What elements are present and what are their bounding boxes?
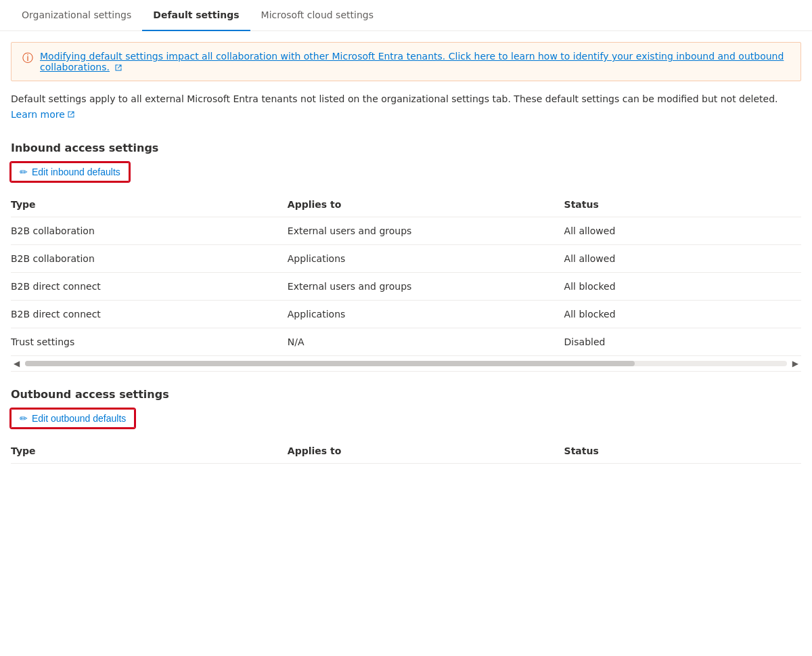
pencil-icon: ✏ xyxy=(20,167,28,177)
inbound-col-header-applies: Applies to xyxy=(288,192,564,217)
inbound-col-header-status: Status xyxy=(564,192,801,217)
table-row: B2B direct connect Applications All bloc… xyxy=(11,301,801,328)
learn-more-link[interactable]: Learn more xyxy=(11,109,75,120)
scroll-track[interactable] xyxy=(25,361,787,366)
outbound-table-header-row: Type Applies to Status xyxy=(11,439,801,464)
info-banner: ⓘ Modifying default settings impact all … xyxy=(11,42,801,81)
cell-type: B2B direct connect xyxy=(11,273,288,301)
cell-type: B2B collaboration xyxy=(11,245,288,273)
pencil-icon-outbound: ✏ xyxy=(20,413,28,424)
edit-outbound-button[interactable]: ✏ Edit outbound defaults xyxy=(11,409,135,428)
inbound-section-title: Inbound access settings xyxy=(11,141,801,154)
inbound-section: Inbound access settings ✏ Edit inbound d… xyxy=(11,141,801,372)
learn-more-external-icon xyxy=(67,110,75,118)
external-link-icon xyxy=(114,64,122,72)
scroll-right-icon[interactable]: ▶ xyxy=(790,359,801,368)
outbound-col-header-applies: Applies to xyxy=(288,439,564,464)
tab-bar: Organizational settings Default settings… xyxy=(0,0,812,31)
cell-status: Disabled xyxy=(564,328,801,356)
tab-default-settings[interactable]: Default settings xyxy=(142,0,250,31)
outbound-section: Outbound access settings ✏ Edit outbound… xyxy=(11,388,801,464)
cell-status: All blocked xyxy=(564,301,801,328)
scroll-thumb xyxy=(25,361,634,366)
edit-inbound-button[interactable]: ✏ Edit inbound defaults xyxy=(11,162,129,181)
edit-outbound-label: Edit outbound defaults xyxy=(32,413,126,424)
cell-type: B2B collaboration xyxy=(11,217,288,245)
inbound-col-header-type: Type xyxy=(11,192,288,217)
info-icon: ⓘ xyxy=(22,51,33,66)
table-row: B2B collaboration Applications All allow… xyxy=(11,245,801,273)
cell-status: All allowed xyxy=(564,245,801,273)
table-row: Trust settings N/A Disabled xyxy=(11,328,801,356)
edit-inbound-label: Edit inbound defaults xyxy=(32,167,120,177)
main-content: ⓘ Modifying default settings impact all … xyxy=(0,42,812,480)
banner-link[interactable]: Modifying default settings impact all co… xyxy=(40,51,784,72)
inbound-table-wrapper: Type Applies to Status B2B collaboration… xyxy=(11,192,801,355)
tab-microsoft-cloud-settings[interactable]: Microsoft cloud settings xyxy=(250,0,384,31)
table-row: B2B direct connect External users and gr… xyxy=(11,273,801,301)
inbound-table: Type Applies to Status B2B collaboration… xyxy=(11,192,801,355)
table-row: B2B collaboration External users and gro… xyxy=(11,217,801,245)
cell-applies-to: Applications xyxy=(288,245,564,273)
cell-applies-to: N/A xyxy=(288,328,564,356)
cell-status: All allowed xyxy=(564,217,801,245)
cell-applies-to: External users and groups xyxy=(288,217,564,245)
cell-applies-to: External users and groups xyxy=(288,273,564,301)
cell-applies-to: Applications xyxy=(288,301,564,328)
inbound-table-header-row: Type Applies to Status xyxy=(11,192,801,217)
outbound-col-header-type: Type xyxy=(11,439,288,464)
cell-type: B2B direct connect xyxy=(11,301,288,328)
outbound-section-title: Outbound access settings xyxy=(11,388,801,401)
scroll-left-icon[interactable]: ◀ xyxy=(11,359,22,368)
tab-organizational-settings[interactable]: Organizational settings xyxy=(11,0,142,31)
cell-type: Trust settings xyxy=(11,328,288,356)
inbound-scrollbar[interactable]: ◀ ▶ xyxy=(11,355,801,372)
outbound-table-wrapper: Type Applies to Status xyxy=(11,439,801,464)
banner-text[interactable]: Modifying default settings impact all co… xyxy=(40,51,790,72)
outbound-col-header-status: Status xyxy=(564,439,801,464)
outbound-table: Type Applies to Status xyxy=(11,439,801,464)
description-text: Default settings apply to all external M… xyxy=(11,92,801,106)
cell-status: All blocked xyxy=(564,273,801,301)
